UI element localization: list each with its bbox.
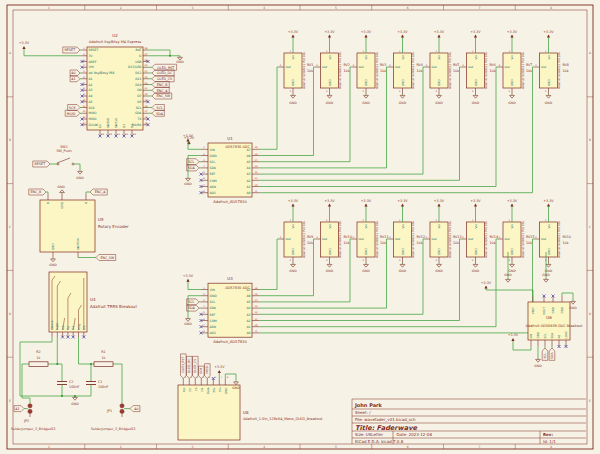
svg-text:A0: A0 bbox=[89, 71, 93, 75]
svg-text:Sleeve: Sleeve bbox=[50, 320, 54, 330]
titleblock-tool: KiCad E.D.A. kicad 7.0.8 bbox=[355, 439, 404, 444]
svg-text:+3.3V: +3.3V bbox=[543, 30, 554, 34]
svg-text:AREF: AREF bbox=[89, 60, 97, 64]
svg-text:Vin: Vin bbox=[364, 224, 368, 229]
svg-text:+3.3V: +3.3V bbox=[481, 281, 492, 285]
svg-text:COM: COM bbox=[210, 319, 218, 323]
svg-text:REF: REF bbox=[210, 172, 216, 176]
svg-text:ENC_SW: ENC_SW bbox=[156, 94, 171, 98]
svg-text:Clk: Clk bbox=[200, 387, 204, 392]
svg-text:SDA: SDA bbox=[550, 352, 554, 359]
svg-text:Adafruit SC60311 Pot 10k: Adafruit SC60311 Pot 10k bbox=[411, 221, 415, 259]
svg-text:2: 2 bbox=[120, 6, 122, 10]
svg-text:A3: A3 bbox=[89, 88, 93, 92]
svg-text:Adafruit SC60311 Pot 10k: Adafruit SC60311 Pot 10k bbox=[484, 52, 488, 90]
svg-text:AD1: AD1 bbox=[210, 331, 216, 335]
svg-text:U6: U6 bbox=[546, 315, 552, 320]
svg-text:10k: 10k bbox=[453, 69, 459, 73]
svg-text:GND: GND bbox=[399, 101, 407, 105]
svg-text:10k: 10k bbox=[453, 241, 459, 245]
svg-text:Out: Out bbox=[541, 237, 547, 241]
svg-text:A5: A5 bbox=[246, 300, 250, 304]
svg-text:GND: GND bbox=[510, 79, 514, 86]
svg-text:+3.3V: +3.3V bbox=[183, 274, 194, 278]
svg-text:Vin: Vin bbox=[437, 224, 441, 229]
svg-text:Out: Out bbox=[285, 65, 291, 69]
svg-text:SCL: SCL bbox=[188, 160, 194, 164]
svg-text:Adafruit TRRS Breakout: Adafruit TRRS Breakout bbox=[90, 304, 137, 309]
svg-text:E: E bbox=[9, 399, 11, 403]
svg-text:Out: Out bbox=[358, 237, 364, 241]
svg-text:10k: 10k bbox=[490, 69, 496, 73]
svg-text:GND: GND bbox=[326, 101, 334, 105]
svg-text:SCK: SCK bbox=[200, 367, 204, 374]
svg-text:Adafruit SC60311 Pot 10k: Adafruit SC60311 Pot 10k bbox=[338, 221, 342, 259]
svg-text:A5: A5 bbox=[89, 100, 93, 104]
svg-text:R2: R2 bbox=[36, 350, 41, 354]
titleblock-rev: Rev: bbox=[543, 432, 553, 437]
svg-text:+3.3V: +3.3V bbox=[508, 333, 519, 337]
svg-text:RV16: RV16 bbox=[563, 235, 572, 239]
svg-text:En: En bbox=[98, 124, 102, 128]
svg-text:Vin: Vin bbox=[218, 387, 222, 392]
svg-text:Adafruit SC60311 Pot 10k: Adafruit SC60311 Pot 10k bbox=[521, 52, 525, 90]
svg-text:10k: 10k bbox=[417, 241, 423, 245]
svg-text:OLED_DC: OLED_DC bbox=[157, 71, 173, 75]
svg-text:B: B bbox=[9, 138, 11, 142]
kicad-schematic-canvas[interactable]: 1122334455667788AABBCCDDEE John Park She… bbox=[0, 0, 600, 454]
svg-text:GND: GND bbox=[224, 388, 228, 394]
svg-text:GND: GND bbox=[474, 79, 478, 86]
svg-text:GND: GND bbox=[560, 307, 564, 313]
svg-text:GND: GND bbox=[508, 269, 516, 273]
titleblock-title: Title: Faderwave bbox=[355, 424, 417, 432]
svg-text:GND: GND bbox=[289, 269, 297, 273]
schematic-sheet: 1122334455667788AABBCCDDEE John Park She… bbox=[0, 0, 600, 454]
svg-text:USB: USB bbox=[135, 60, 141, 64]
svg-text:GND: GND bbox=[547, 248, 551, 255]
svg-text:4: 4 bbox=[263, 445, 265, 449]
svg-text:D12: D12 bbox=[135, 71, 141, 75]
svg-text:GND: GND bbox=[291, 248, 295, 255]
svg-text:GND: GND bbox=[49, 263, 57, 267]
svg-text:RV4: RV4 bbox=[417, 63, 423, 67]
svg-text:A1: A1 bbox=[15, 407, 19, 411]
svg-text:SW_Push: SW_Push bbox=[56, 149, 71, 153]
svg-text:OLED_CS: OLED_CS bbox=[157, 77, 172, 81]
svg-text:+3.3V: +3.3V bbox=[397, 30, 408, 34]
svg-text:2: 2 bbox=[120, 445, 122, 449]
svg-text:GND: GND bbox=[328, 248, 332, 255]
svg-text:SWCLK: SWCLK bbox=[114, 118, 118, 128]
svg-text:SCK: SCK bbox=[69, 106, 76, 110]
svg-text:A2: A2 bbox=[246, 179, 250, 183]
svg-text:A6: A6 bbox=[246, 294, 250, 298]
svg-text:SCL: SCL bbox=[188, 300, 194, 304]
svg-text:+3.3V: +3.3V bbox=[19, 41, 30, 45]
svg-text:100nF: 100nF bbox=[69, 385, 80, 389]
svg-text:10k: 10k bbox=[344, 241, 350, 245]
svg-text:1: 1 bbox=[48, 6, 50, 10]
svg-text:Adafruit_ADS7830: Adafruit_ADS7830 bbox=[213, 340, 247, 344]
svg-text:DC: DC bbox=[188, 387, 192, 391]
svg-text:SCL: SCL bbox=[136, 106, 142, 110]
svg-text:+3.3V: +3.3V bbox=[324, 199, 335, 203]
svg-text:RV14: RV14 bbox=[490, 235, 499, 239]
titleblock-author: John Park bbox=[354, 402, 383, 408]
svg-text:Vin: Vin bbox=[401, 224, 405, 229]
svg-text:GND: GND bbox=[289, 101, 297, 105]
svg-text:3Vo: 3Vo bbox=[212, 387, 216, 392]
svg-text:GND: GND bbox=[472, 269, 480, 273]
svg-text:SDA: SDA bbox=[210, 166, 217, 170]
svg-text:B: B bbox=[46, 202, 50, 204]
svg-text:Out: Out bbox=[322, 237, 328, 241]
svg-text:6: 6 bbox=[407, 445, 409, 449]
svg-text:R1: R1 bbox=[101, 350, 106, 354]
svg-text:1: 1 bbox=[48, 445, 50, 449]
titleblock-date: Date: 2023-12-08 bbox=[397, 432, 433, 437]
svg-text:D10: D10 bbox=[135, 83, 141, 87]
svg-text:VIN: VIN bbox=[529, 334, 533, 339]
svg-text:A0: A0 bbox=[246, 331, 250, 335]
svg-text:A4: A4 bbox=[246, 306, 250, 310]
svg-text:10k: 10k bbox=[380, 241, 386, 245]
svg-text:Vin: Vin bbox=[328, 55, 332, 60]
svg-text:Adafruit SC60311 Pot 10k: Adafruit SC60311 Pot 10k bbox=[411, 52, 415, 90]
